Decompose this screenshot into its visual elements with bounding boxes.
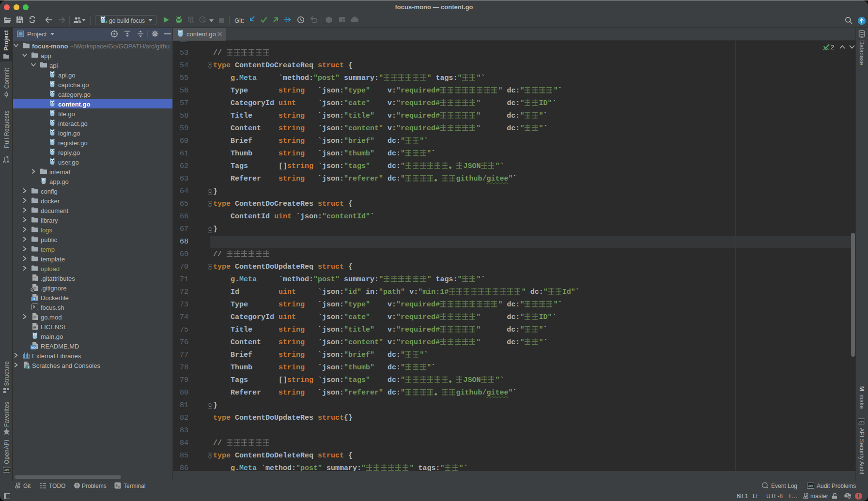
- svg-text:API: API: [859, 420, 864, 423]
- svg-text:API: API: [4, 469, 9, 471]
- svg-text:API: API: [808, 485, 813, 487]
- svg-text:D: D: [32, 297, 35, 301]
- svg-text:MD: MD: [31, 346, 36, 349]
- svg-text:?: ?: [846, 494, 848, 497]
